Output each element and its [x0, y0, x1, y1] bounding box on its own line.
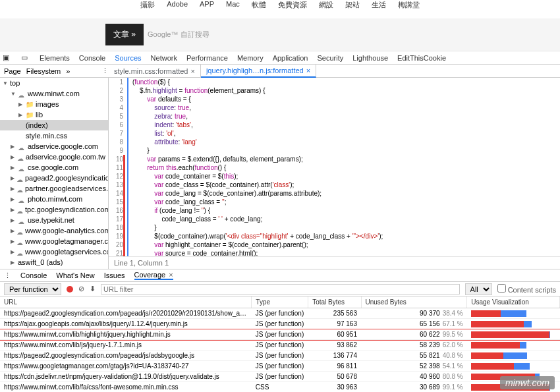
cloud-icon	[16, 249, 23, 254]
nav-item[interactable]: 網設	[319, 0, 333, 12]
cloud-icon	[16, 186, 23, 191]
drawer-tab-whatsnew[interactable]: What's New	[56, 271, 94, 279]
tree-item[interactable]: ▶pagead2.googlesyndication.com	[0, 173, 108, 183]
cloud-icon	[18, 196, 26, 202]
coverage-table: URLTypeTotal BytesUnused BytesUsage Visu…	[0, 296, 560, 392]
drawer-tab-console[interactable]: Console	[20, 271, 47, 279]
col-header[interactable]: URL	[0, 296, 252, 308]
coverage-body: https://pagead2.googlesyndication.com/pa…	[0, 308, 560, 393]
devtools-tab-editthiscookie[interactable]: EditThisCookie	[397, 54, 446, 62]
coverage-toolbar: Per function ⊘ ⬇ All Content scripts	[0, 282, 560, 296]
tree-item[interactable]: ▶www.google-analytics.com	[0, 225, 108, 236]
tree-item[interactable]: (index)	[0, 120, 108, 130]
cloud-icon	[16, 238, 23, 244]
devtools-tab-lighthouse[interactable]: Lighthouse	[352, 54, 388, 62]
nav-item[interactable]: Mac	[226, 0, 240, 12]
cloud-icon	[17, 154, 24, 159]
site-header: 文章 » Google™ 自訂搜尋	[0, 18, 560, 51]
nav-item[interactable]: 架站	[345, 0, 360, 12]
tree-item[interactable]: ▶cse.google.com	[0, 162, 108, 173]
tree-item[interactable]: ▶aswift_0 (ads)	[0, 257, 108, 267]
sources-toolbar: Page Filesystem » ⋮ style.min.css:format…	[0, 65, 560, 78]
record-icon[interactable]	[67, 286, 73, 293]
url-filter-input[interactable]	[101, 284, 460, 294]
device-icon[interactable]: ▭	[21, 53, 30, 63]
tree-item[interactable]: ▼top	[0, 78, 108, 88]
devtools-tab-security[interactable]: Security	[317, 54, 343, 62]
nav-item[interactable]: 免費資源	[278, 0, 307, 12]
code-lines[interactable]: (function($) { $.fn.highlight = function…	[128, 78, 383, 256]
tree-item[interactable]: ▶aswift_1 (ads)	[0, 267, 108, 269]
nav-item[interactable]: APP	[200, 0, 214, 12]
devtools-tab-memory[interactable]: Memory	[237, 54, 264, 62]
col-header[interactable]: Unused Bytes	[361, 296, 467, 308]
coverage-header-row: URLTypeTotal BytesUnused BytesUsage Visu…	[0, 296, 560, 308]
tree-item[interactable]: ▶tpc.googlesyndication.com	[0, 204, 108, 215]
nav-item[interactable]: 攝影	[140, 0, 155, 12]
article-button[interactable]: 文章 »	[105, 24, 144, 45]
coverage-row[interactable]: https://www.googletagmanager.com/gtag/js…	[0, 361, 560, 372]
menu-icon[interactable]: ⋮	[101, 67, 109, 75]
cloud-icon	[16, 175, 23, 181]
folder-icon	[26, 111, 34, 119]
clear-icon[interactable]: ⊘	[78, 285, 84, 293]
devtools-tab-network[interactable]: Network	[151, 54, 177, 62]
nav-item[interactable]: 生活	[372, 0, 386, 12]
nav-item[interactable]: 軟體	[252, 0, 266, 12]
devtools-tab-performance[interactable]: Performance	[186, 54, 228, 62]
content-scripts-checkbox[interactable]: Content scripts	[497, 284, 556, 294]
code-editor: 1234567891011121314151617181920212223242…	[109, 78, 560, 269]
site-top-nav: 攝影AdobeAPPMac軟體免費資源網設架站生活梅講堂	[0, 0, 560, 12]
close-icon[interactable]: ×	[169, 271, 173, 279]
coverage-row[interactable]: https://www.minwt.com/lib/fa/css/font-aw…	[0, 382, 560, 393]
page-tab[interactable]: Page	[4, 67, 21, 75]
cloud-icon	[18, 91, 26, 96]
more-icon[interactable]: »	[66, 67, 70, 75]
coverage-row[interactable]: https://www.minwt.com/lib/highlight/jque…	[0, 329, 560, 340]
close-icon[interactable]: ×	[190, 67, 194, 75]
coverage-type-select[interactable]: Per function	[4, 283, 61, 295]
export-icon[interactable]: ⬇	[90, 285, 96, 293]
cloud-icon	[18, 144, 26, 149]
tree-item[interactable]: ▼www.minwt.com	[0, 88, 108, 99]
devtools-tab-elements[interactable]: Elements	[40, 54, 70, 62]
tree-item[interactable]: ▶lib	[0, 109, 108, 120]
tree-item[interactable]: ▶partner.googleadservices.com	[0, 183, 108, 194]
open-file-tabs: style.min.css:formatted ×jquery.highligh…	[109, 65, 316, 78]
watermark: minwt.com	[500, 376, 555, 389]
coverage-row[interactable]: https://www.minwt.com/lib/js/jquery-1.7.…	[0, 340, 560, 350]
devtools-tab-console[interactable]: Console	[79, 54, 105, 62]
coverage-all-select[interactable]: All	[465, 283, 492, 295]
nav-item[interactable]: 梅講堂	[398, 0, 420, 12]
drawer-menu-icon[interactable]: ⋮	[4, 271, 11, 280]
file-tab[interactable]: jquery.highligh…n.js:formatted ×	[201, 65, 316, 78]
close-icon[interactable]: ×	[306, 67, 310, 74]
file-tab[interactable]: style.min.css:formatted ×	[109, 65, 201, 78]
drawer-tab-coverage[interactable]: Coverage ×	[134, 271, 173, 280]
coverage-row[interactable]: https://ajax.googleapis.com/ajax/libs/jq…	[0, 319, 560, 329]
devtools-tab-sources[interactable]: Sources	[115, 54, 141, 62]
tree-item[interactable]: ▶photo.minwt.com	[0, 194, 108, 204]
tree-item[interactable]: ▶adservice.google.com	[0, 141, 108, 152]
cloud-icon	[18, 217, 26, 223]
cloud-icon	[16, 228, 23, 233]
col-header[interactable]: Total Bytes	[308, 296, 361, 308]
devtools-tab-application[interactable]: Application	[273, 54, 308, 62]
tree-item[interactable]: style.min.css	[0, 130, 108, 141]
file-tree: ▼top▼www.minwt.com▶images▶lib(index)styl…	[0, 78, 109, 269]
col-header[interactable]: Usage Visualization	[467, 296, 560, 308]
inspect-icon[interactable]: ▣	[3, 53, 12, 63]
tree-item[interactable]: ▶use.typekit.net	[0, 215, 108, 225]
tree-item[interactable]: ▶www.googletagservices.com	[0, 246, 108, 257]
nav-item[interactable]: Adobe	[167, 0, 188, 12]
col-header[interactable]: Type	[252, 296, 308, 308]
tree-item[interactable]: ▶www.googletagmanager.com	[0, 236, 108, 246]
filesystem-tab[interactable]: Filesystem	[26, 67, 61, 75]
coverage-row[interactable]: https://pagead2.googlesyndication.com/pa…	[0, 350, 560, 361]
coverage-row[interactable]: https://cdn.jsdelivr.net/npm/jquery-vali…	[0, 372, 560, 382]
tree-item[interactable]: ▶images	[0, 99, 108, 109]
tree-item[interactable]: ▶adservice.google.com.tw	[0, 152, 108, 162]
drawer-tab-issues[interactable]: Issues	[104, 271, 125, 279]
search-input[interactable]: Google™ 自訂搜尋	[148, 30, 210, 40]
coverage-row[interactable]: https://pagead2.googlesyndication.com/pa…	[0, 308, 560, 319]
